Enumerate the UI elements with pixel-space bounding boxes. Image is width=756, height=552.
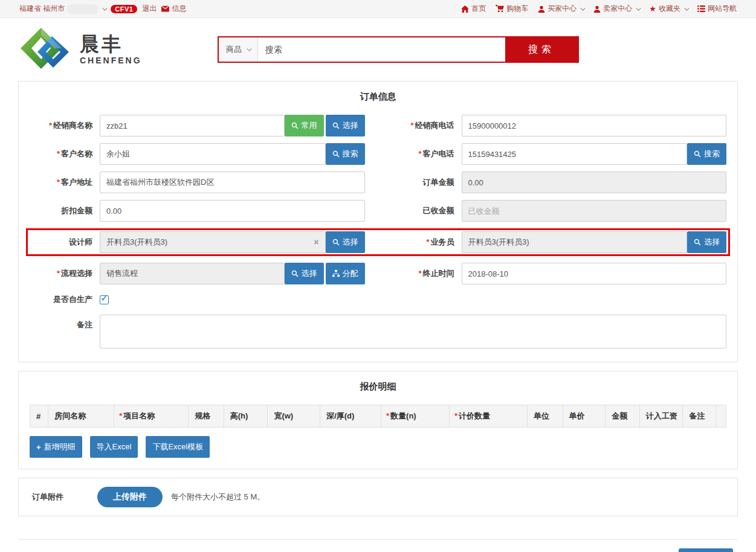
- quote-detail-panel: 报价明细 # 房间名称 *项目名称 规格 高(h) 宽(w) 深/厚(d) *数…: [18, 371, 738, 469]
- home-icon: [461, 5, 469, 13]
- salesman-input[interactable]: [462, 231, 688, 253]
- chenfeng-logo-mark: [18, 27, 74, 72]
- user-icon: [538, 5, 545, 13]
- nav-favorites[interactable]: ★ 收藏夹: [649, 4, 688, 14]
- nav-buyer-center[interactable]: 买家中心: [538, 4, 584, 14]
- search-icon: [694, 150, 701, 158]
- col-spec: 规格: [189, 405, 224, 428]
- attachment-label: 订单附件: [30, 492, 92, 502]
- col-remark: 备注: [683, 405, 716, 428]
- nav-seller-center[interactable]: 卖家中心: [593, 4, 639, 14]
- clear-icon[interactable]: ×: [314, 237, 318, 247]
- process-input[interactable]: [100, 263, 285, 284]
- salesman-label: *业务员: [392, 237, 454, 248]
- process-select-button[interactable]: 选择: [285, 263, 324, 284]
- add-detail-button[interactable]: +新增明细: [30, 436, 82, 458]
- remark-label: 备注: [30, 319, 92, 330]
- col-unit-price: 单价: [563, 405, 606, 428]
- discount-amount-input[interactable]: [100, 200, 365, 222]
- received-amount-label: 已收金额: [392, 205, 454, 216]
- process-assign-button[interactable]: 分配: [326, 263, 365, 284]
- col-pricing-quantity: *计价数量: [449, 405, 527, 428]
- customer-name-search-button[interactable]: 搜索: [326, 143, 365, 165]
- search-icon: [332, 150, 340, 158]
- search-button[interactable]: 搜索: [505, 37, 578, 62]
- search-icon: [694, 239, 701, 246]
- topbar: 福建省 福州市 CFV1 退出 信息 首页 购物车: [0, 0, 756, 18]
- quote-table-header-row: # 房间名称 *项目名称 规格 高(h) 宽(w) 深/厚(d) *数量(n) …: [30, 405, 726, 428]
- designer-label: 设计师: [30, 237, 92, 248]
- designer-select-button[interactable]: 选择: [326, 231, 365, 253]
- region-selector[interactable]: 福建省 福州市: [19, 4, 106, 14]
- plus-icon: +: [36, 443, 41, 452]
- attachment-hint: 每个附件大小不超过 5 M。: [171, 492, 265, 502]
- upload-attachment-button[interactable]: 上传附件: [97, 487, 163, 507]
- chevron-down-icon: [684, 5, 689, 10]
- discount-amount-label: 折扣金额: [30, 205, 92, 216]
- search-icon: [291, 122, 299, 129]
- search-icon: [332, 122, 340, 129]
- order-info-title: 订单信息: [30, 91, 726, 103]
- customer-address-label: *客户地址: [30, 177, 92, 188]
- quote-table: # 房间名称 *项目名称 规格 高(h) 宽(w) 深/厚(d) *数量(n) …: [30, 405, 726, 428]
- check-icon: ✓: [100, 292, 108, 304]
- col-index: #: [30, 405, 48, 428]
- star-icon: ★: [649, 4, 656, 13]
- nav-cart[interactable]: 购物车: [496, 4, 528, 14]
- import-excel-button[interactable]: 导入Excel: [90, 436, 138, 458]
- search-bar: 商品 搜索: [218, 36, 579, 63]
- col-room-name: 房间名称: [48, 405, 114, 428]
- logo-text: 晨丰 CHENFENG: [80, 34, 142, 65]
- customer-phone-label: *客户电话: [392, 149, 454, 159]
- customer-name-input[interactable]: [100, 143, 326, 165]
- redacted-store-name: [67, 4, 99, 14]
- attachment-panel: 订单附件 上传附件 每个附件大小不超过 5 M。: [18, 478, 738, 516]
- nav-home[interactable]: 首页: [461, 4, 486, 14]
- end-time-input[interactable]: [462, 263, 727, 284]
- salesman-select-button[interactable]: 选择: [687, 231, 726, 253]
- search-icon: [332, 239, 340, 246]
- customer-address-input[interactable]: [100, 172, 365, 193]
- footer-divider: [18, 539, 738, 540]
- col-height: 高(h): [224, 405, 268, 428]
- search-category-select[interactable]: 商品: [219, 37, 258, 62]
- logo-chinese: 晨丰: [80, 34, 142, 54]
- dealer-common-button[interactable]: 常用: [285, 115, 324, 136]
- customer-phone-input[interactable]: [462, 143, 688, 165]
- remark-textarea[interactable]: [100, 315, 726, 348]
- dealer-phone-input[interactable]: [462, 115, 727, 136]
- received-amount-input: [462, 200, 727, 222]
- sitemap-icon: [332, 270, 340, 277]
- search-input[interactable]: [258, 37, 505, 62]
- dealer-phone-label: *经销商电话: [392, 120, 454, 131]
- col-amount: 金额: [606, 405, 639, 428]
- confirm-submit-button[interactable]: 确定提交: [679, 548, 733, 552]
- user-icon: [593, 5, 601, 13]
- nav-sitemap[interactable]: 网站导航: [697, 4, 737, 14]
- dealer-select-button[interactable]: 选择: [326, 115, 365, 136]
- logo: 晨丰 CHENFENG: [18, 27, 199, 72]
- envelope-icon: [161, 5, 169, 12]
- search-icon: [291, 270, 299, 277]
- version-badge: CFV1: [111, 5, 137, 13]
- self-production-checkbox[interactable]: ✓: [100, 295, 109, 304]
- message-link[interactable]: 信息: [161, 4, 186, 14]
- order-amount-label: 订单金额: [392, 177, 454, 188]
- quote-detail-title: 报价明细: [30, 381, 726, 393]
- chevron-down-icon: [636, 5, 641, 10]
- col-unit: 单位: [528, 405, 563, 428]
- cart-icon: [496, 5, 504, 13]
- designer-input[interactable]: [100, 231, 326, 253]
- chevron-down-icon: [247, 46, 251, 51]
- process-label: *流程选择: [30, 268, 92, 279]
- list-icon: [697, 5, 705, 12]
- customer-phone-search-button[interactable]: 搜索: [687, 143, 726, 165]
- chevron-down-icon: [581, 5, 586, 10]
- col-depth: 深/厚(d): [320, 405, 381, 428]
- dealer-name-label: *经销商名称: [30, 120, 92, 131]
- col-count-wage: 计入工资: [639, 405, 683, 428]
- order-info-panel: 订单信息 *经销商名称 常用 选择 *经销商电话 *客户名称 搜索: [18, 81, 738, 362]
- logout-link[interactable]: 退出: [142, 4, 157, 14]
- dealer-name-input[interactable]: [100, 115, 285, 136]
- download-excel-template-button[interactable]: 下载Excel模板: [146, 436, 210, 458]
